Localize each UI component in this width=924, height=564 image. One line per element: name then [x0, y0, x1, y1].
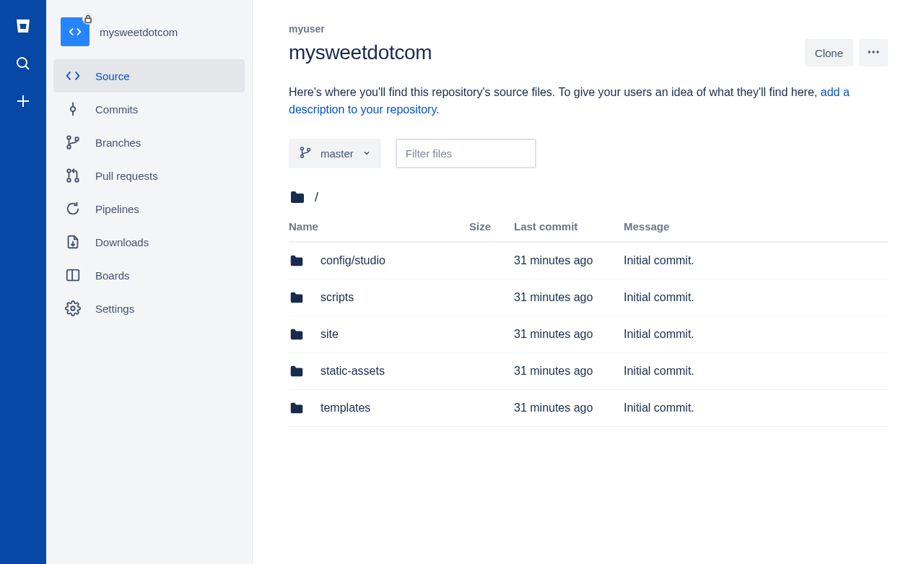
repo-avatar — [61, 17, 90, 46]
bitbucket-logo-icon[interactable] — [14, 17, 32, 35]
svg-point-9 — [67, 145, 71, 149]
sidebar-item-branches[interactable]: Branches — [53, 126, 245, 159]
path-row: / — [289, 188, 888, 206]
filter-files-input[interactable] — [396, 139, 536, 168]
file-message: Initial commit. — [624, 279, 888, 316]
sidebar-nav: Source Commits Branches Pull requests Pi… — [53, 59, 245, 325]
file-last-commit: 31 minutes ago — [514, 353, 624, 390]
file-size — [469, 279, 514, 316]
file-last-commit: 31 minutes ago — [514, 279, 624, 316]
more-actions-button[interactable] — [859, 39, 888, 66]
sidebar-item-label: Pull requests — [95, 170, 158, 182]
sidebar-item-commits[interactable]: Commits — [53, 92, 245, 126]
folder-icon — [289, 188, 306, 206]
svg-point-23 — [308, 148, 310, 151]
sidebar-item-pipelines[interactable]: Pipelines — [53, 192, 245, 225]
sidebar-item-label: Commits — [95, 103, 138, 116]
file-size — [469, 316, 514, 353]
svg-point-11 — [67, 169, 71, 173]
file-message: Initial commit. — [624, 353, 888, 390]
repo-description: Here's where you'll find this repository… — [289, 84, 888, 118]
file-message: Initial commit. — [624, 390, 888, 427]
source-icon — [65, 68, 81, 84]
description-text: Here's where you'll find this repository… — [289, 86, 821, 98]
branch-label: master — [321, 147, 354, 160]
file-size — [469, 353, 514, 390]
folder-icon — [289, 253, 305, 269]
col-header-name[interactable]: Name — [289, 213, 469, 242]
file-size — [469, 242, 514, 279]
svg-point-13 — [75, 178, 79, 182]
file-name: config/studio — [321, 254, 385, 267]
folder-icon — [289, 363, 305, 379]
col-header-size[interactable]: Size — [469, 213, 514, 242]
sidebar-item-label: Boards — [95, 269, 130, 282]
more-icon — [866, 45, 881, 61]
plus-icon[interactable] — [14, 92, 32, 110]
file-last-commit: 31 minutes ago — [514, 390, 624, 427]
sidebar-item-boards[interactable]: Boards — [53, 259, 245, 292]
svg-point-8 — [67, 136, 71, 139]
branches-icon — [65, 134, 81, 150]
clone-button[interactable]: Clone — [805, 39, 853, 66]
table-row[interactable]: static-assets31 minutes agoInitial commi… — [289, 353, 888, 390]
file-name: templates — [321, 402, 370, 415]
sidebar-item-label: Pipelines — [95, 203, 139, 215]
settings-icon — [65, 300, 81, 316]
global-nav — [0, 0, 46, 564]
svg-point-19 — [872, 51, 874, 53]
table-row[interactable]: scripts31 minutes agoInitial commit. — [289, 279, 888, 316]
branch-selector[interactable]: master — [289, 139, 381, 168]
lock-icon — [82, 13, 94, 25]
chevron-down-icon — [362, 147, 371, 160]
sidebar-item-downloads[interactable]: Downloads — [53, 225, 245, 259]
sidebar-item-source[interactable]: Source — [53, 59, 245, 92]
col-header-last-commit[interactable]: Last commit — [514, 213, 624, 242]
svg-point-22 — [301, 155, 304, 157]
file-last-commit: 31 minutes ago — [514, 316, 624, 353]
commits-icon — [65, 101, 81, 117]
table-row[interactable]: config/studio31 minutes agoInitial commi… — [289, 242, 888, 279]
sidebar-item-settings[interactable]: Settings — [53, 292, 245, 325]
file-table: Name Size Last commit Message config/stu… — [289, 213, 888, 427]
file-size — [469, 390, 514, 427]
folder-icon — [289, 326, 305, 342]
file-name: scripts — [321, 291, 354, 304]
sidebar-item-label: Branches — [95, 136, 141, 149]
sidebar-repo-name: mysweetdotcom — [100, 26, 178, 38]
col-header-message[interactable]: Message — [624, 213, 888, 242]
breadcrumb[interactable]: myuser — [289, 23, 888, 35]
search-icon[interactable] — [14, 55, 32, 72]
repo-header[interactable]: mysweetdotcom — [53, 17, 245, 59]
sidebar: mysweetdotcom Source Commits Branches Pu… — [46, 0, 253, 564]
svg-rect-4 — [85, 18, 91, 22]
downloads-icon — [65, 234, 81, 250]
svg-line-1 — [26, 66, 30, 70]
path-label: / — [315, 190, 318, 205]
description-suffix: . — [436, 103, 439, 116]
svg-point-21 — [301, 147, 304, 150]
svg-point-18 — [868, 51, 871, 53]
folder-icon — [289, 290, 305, 305]
sidebar-item-label: Settings — [95, 303, 134, 315]
svg-point-0 — [17, 58, 27, 67]
sidebar-item-label: Downloads — [95, 236, 149, 248]
svg-point-5 — [71, 107, 75, 111]
svg-point-17 — [71, 306, 75, 311]
folder-icon — [289, 400, 305, 416]
table-row[interactable]: site31 minutes agoInitial commit. — [289, 316, 888, 353]
svg-point-12 — [67, 178, 71, 182]
svg-point-20 — [876, 51, 879, 53]
pipelines-icon — [65, 201, 81, 217]
file-message: Initial commit. — [624, 242, 888, 279]
svg-point-10 — [75, 137, 79, 141]
page-title: mysweetdotcom — [289, 41, 432, 64]
sidebar-item-label: Source — [95, 70, 130, 82]
file-last-commit: 31 minutes ago — [514, 242, 624, 279]
branch-icon — [299, 146, 312, 161]
main-content: myuser mysweetdotcom Clone Here's where … — [253, 0, 924, 564]
sidebar-item-pull-requests[interactable]: Pull requests — [53, 159, 245, 192]
file-name: static-assets — [321, 365, 385, 378]
table-row[interactable]: templates31 minutes agoInitial commit. — [289, 390, 888, 427]
file-message: Initial commit. — [624, 316, 888, 353]
